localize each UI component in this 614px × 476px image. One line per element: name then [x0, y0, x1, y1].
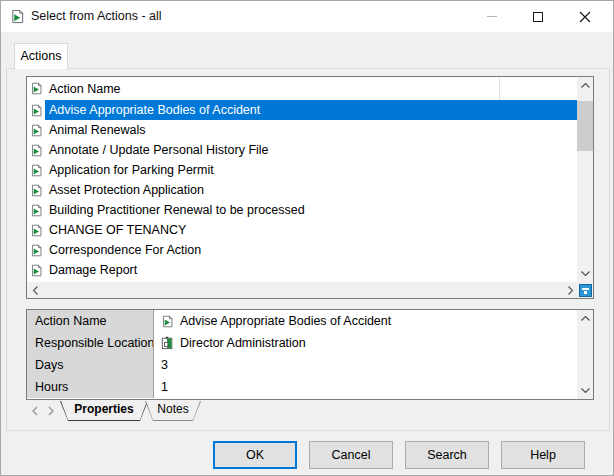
chevron-down-icon — [581, 271, 590, 276]
chevron-down-icon — [581, 388, 590, 393]
cancel-button[interactable]: Cancel — [309, 441, 393, 469]
list-item[interactable]: Application for Parking Permit — [27, 160, 577, 180]
property-label: Action Name — [27, 310, 154, 332]
list-item[interactable]: Damage Report — [27, 260, 577, 280]
action-document-icon — [27, 100, 45, 120]
list-item-label: Asset Protection Application — [45, 180, 577, 200]
scroll-down-button[interactable] — [577, 265, 593, 282]
list-item[interactable]: Annotate / Update Personal History File — [27, 140, 577, 160]
maximize-button[interactable] — [515, 1, 560, 32]
tab-properties[interactable]: Properties — [60, 401, 148, 421]
property-label: Days — [27, 354, 154, 376]
maximize-icon — [533, 12, 543, 22]
property-value: 3 — [154, 354, 577, 376]
tab-notes[interactable]: Notes — [145, 401, 201, 421]
property-value-text: Advise Appropriate Bodies of Accident — [180, 314, 391, 328]
property-value-text: 1 — [161, 380, 168, 394]
property-label: Hours — [27, 376, 154, 398]
list-item-label: Application for Parking Permit — [45, 160, 577, 180]
list-item-label: Annotate / Update Personal History File — [45, 140, 577, 160]
action-document-icon — [27, 180, 45, 200]
list-item[interactable]: Animal Renewals — [27, 120, 577, 140]
help-button[interactable]: Help — [501, 441, 585, 469]
list-item-label: Building Practitioner Renewal to be proc… — [45, 200, 577, 220]
list-item-label: Damage Report — [45, 260, 577, 280]
property-value: Director Administration — [154, 332, 577, 354]
property-row: Responsible Location Director Administra… — [27, 332, 577, 354]
list-item[interactable]: Advise Appropriate Bodies of Accident — [27, 100, 577, 120]
action-document-icon — [27, 200, 45, 220]
action-document-icon — [27, 160, 45, 180]
property-row: Days 3 — [27, 354, 577, 376]
properties-vertical-scrollbar[interactable] — [577, 310, 593, 399]
chevron-right-icon — [48, 406, 54, 416]
action-document-icon — [27, 260, 45, 280]
list-item[interactable]: CHANGE OF TENANCY — [27, 220, 577, 240]
tab-label: Notes — [145, 402, 201, 416]
minimize-icon — [487, 16, 497, 17]
column-header-label: Action Name — [45, 79, 577, 99]
chevron-up-icon — [581, 83, 590, 88]
scroll-down-button[interactable] — [577, 382, 593, 399]
tab-actions[interactable]: Actions — [14, 43, 68, 69]
list-vertical-scrollbar[interactable] — [577, 77, 593, 282]
properties-tab-strip: Properties Notes — [26, 401, 594, 423]
list-horizontal-scrollbar[interactable] — [27, 282, 578, 298]
column-header-action-name[interactable]: Action Name — [27, 77, 577, 100]
close-button[interactable] — [562, 1, 607, 32]
chevron-right-icon — [568, 286, 573, 295]
tab-label: Properties — [60, 402, 148, 416]
ok-button[interactable]: OK — [213, 441, 297, 469]
property-row: Hours 1 — [27, 376, 577, 398]
close-icon — [579, 11, 591, 23]
action-document-icon — [27, 140, 45, 160]
action-document-icon — [27, 240, 45, 260]
action-document-icon — [27, 220, 45, 240]
property-value: 1 — [154, 376, 577, 398]
action-document-icon — [10, 9, 25, 24]
chevron-left-icon — [33, 286, 38, 295]
column-chooser-icon — [579, 284, 592, 297]
actions-list: Action Name Advise Appropriate Bodies of… — [26, 76, 594, 299]
property-value-text: 3 — [161, 358, 168, 372]
scroll-up-button[interactable] — [577, 77, 593, 94]
action-document-icon — [27, 79, 45, 99]
list-item-label: Correspondence For Action — [45, 240, 577, 260]
location-icon — [161, 336, 174, 350]
scrollbar-thumb[interactable] — [577, 101, 593, 151]
properties-panel: Action Name Advise Appropriate Bodies of… — [26, 309, 594, 400]
list-item-label: Animal Renewals — [45, 120, 577, 140]
column-divider[interactable] — [499, 77, 500, 100]
minimize-button[interactable] — [469, 1, 514, 32]
property-value: Advise Appropriate Bodies of Accident — [154, 310, 577, 332]
tab-scroll-left-button[interactable] — [28, 404, 42, 418]
list-item[interactable]: Correspondence For Action — [27, 240, 577, 260]
list-item[interactable]: Asset Protection Application — [27, 180, 577, 200]
title-bar: Select from Actions - all — [1, 1, 613, 32]
scroll-up-button[interactable] — [577, 310, 593, 327]
property-row: Action Name Advise Appropriate Bodies of… — [27, 310, 577, 332]
search-button[interactable]: Search — [405, 441, 489, 469]
property-value-text: Director Administration — [180, 336, 306, 350]
scroll-right-button[interactable] — [562, 282, 578, 298]
scroll-left-button[interactable] — [27, 282, 43, 298]
action-document-icon — [27, 120, 45, 140]
list-item[interactable]: Building Practitioner Renewal to be proc… — [27, 200, 577, 220]
property-label: Responsible Location — [27, 332, 154, 354]
chevron-up-icon — [581, 316, 590, 321]
list-item-label: CHANGE OF TENANCY — [45, 220, 577, 240]
list-item-label: Advise Appropriate Bodies of Accident — [45, 100, 577, 120]
chevron-left-icon — [32, 406, 38, 416]
column-chooser-button[interactable] — [577, 282, 593, 298]
dialog-window: Select from Actions - all Actions Action… — [0, 0, 614, 476]
tab-scroll-right-button[interactable] — [44, 404, 58, 418]
window-title: Select from Actions - all — [31, 1, 162, 32]
action-document-icon — [161, 314, 174, 329]
